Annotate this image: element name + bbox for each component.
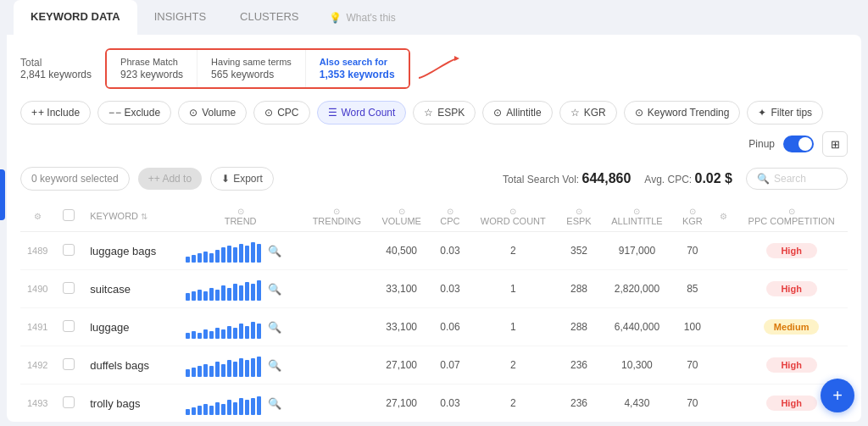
col-trending-header: ⊙ TRENDING [302, 201, 372, 232]
tab-clusters[interactable]: CLUSTERS [223, 0, 315, 35]
add-to-button[interactable]: + + Add to [138, 168, 202, 190]
total-keywords: Total 2,841 keywords [20, 57, 92, 80]
row-number: 1492 [20, 346, 54, 385]
tab-insights[interactable]: INSIGHTS [137, 0, 223, 35]
trend-bar [215, 328, 220, 339]
trend-bar [215, 402, 220, 415]
plus-icon: + [31, 107, 37, 119]
trend-bar [209, 406, 214, 415]
info-icon: 💡 [329, 12, 342, 24]
row-select-checkbox[interactable] [63, 320, 75, 332]
row-checkbox [54, 346, 83, 385]
trend-bar [251, 358, 255, 377]
trend-bar [227, 246, 231, 263]
fab-button[interactable]: + [821, 379, 854, 412]
table-row: 1493 trolly bags 🔍 27,100 0.03 2 236 4,4… [20, 385, 848, 423]
word-count-button[interactable]: ☰ Word Count [317, 101, 407, 124]
trend-search-icon[interactable]: 🔍 [268, 397, 281, 410]
trend-bar [215, 250, 220, 263]
col-keyword-header: KEYWORD ⇅ [83, 201, 179, 232]
table-row: 1490 suitcase 🔍 33,100 0.03 1 288 2,820,… [20, 270, 848, 308]
trend-bar [209, 366, 214, 377]
exclude-button[interactable]: − − Exclude [97, 101, 171, 124]
trend-bar [245, 400, 249, 415]
filter-icon: ✦ [758, 107, 766, 119]
pinup-section: Pinup ⊞ [748, 131, 848, 157]
trend-bar [257, 244, 261, 263]
table-row: 1492 duffels bags 🔍 27,100 0.07 2 236 10… [20, 346, 848, 385]
export-button[interactable]: ⬇ Export [210, 167, 274, 191]
trend-bar [239, 358, 243, 377]
ppc-badge: High [766, 396, 817, 411]
trend-bar [251, 398, 255, 415]
arrow-indicator [417, 54, 459, 84]
row-select-checkbox[interactable] [63, 358, 75, 370]
col-trend-header: ⊙ TREND [179, 201, 302, 232]
search-box[interactable]: 🔍 Search [746, 168, 848, 190]
allintitle-cell: 4,430 [600, 385, 673, 423]
filter-tips-button[interactable]: ✦ Filter tips [747, 101, 823, 124]
trend-bar [198, 406, 202, 415]
trend-cell: 🔍 [179, 270, 302, 308]
row-number: 1493 [20, 385, 54, 423]
select-all-checkbox[interactable] [63, 209, 75, 221]
trend-search-icon[interactable]: 🔍 [268, 359, 281, 372]
trend-bar [257, 280, 261, 301]
trend-bar [233, 328, 237, 339]
allintitle-cell: 2,820,000 [600, 270, 673, 308]
espk-cell: 288 [558, 308, 601, 346]
espk-cell: 236 [558, 385, 601, 423]
include-button[interactable]: + + Include [20, 101, 91, 124]
table-container: ⚙ KEYWORD ⇅ ⊙ TREND ⊙ TRENDING [20, 201, 848, 422]
ppc-badge: Medium [764, 319, 820, 335]
settings-cell [711, 232, 735, 270]
col-kgr-header: ⊙ KGR [673, 201, 711, 232]
trend-bar [192, 407, 196, 415]
row-select-checkbox[interactable] [63, 244, 75, 256]
whats-this-link[interactable]: 💡 What's this [329, 12, 395, 24]
trend-bar [245, 326, 249, 339]
word-count-cell: 1 [469, 308, 557, 346]
ppc-badge: High [766, 281, 817, 296]
total-search-vol: Total Search Vol: 644,860 [503, 171, 631, 186]
keyword-cell: luggage bags [83, 232, 179, 270]
tab-keyword-data[interactable]: KEYWORD DATA [14, 0, 137, 35]
trend-bar [215, 290, 220, 301]
trend-bar [186, 293, 190, 301]
row-select-checkbox[interactable] [63, 282, 75, 294]
trend-bar [209, 331, 214, 339]
export-icon: ⬇ [221, 173, 230, 185]
trend-bar [192, 331, 196, 339]
trend-bar [227, 360, 231, 377]
trend-search-icon[interactable]: 🔍 [268, 283, 281, 296]
toolbar: + + Include − − Exclude ⊙ Volume ⊙ CPC ☰… [20, 101, 848, 157]
col-extra-header: ⚙ [711, 201, 735, 232]
col-espk-header: ⊙ ESPK [558, 201, 601, 232]
also-search-box[interactable]: Also search for 1,353 keywords [306, 50, 409, 87]
espk-button[interactable]: ☆ ESPK [413, 101, 476, 124]
keyword-table: ⚙ KEYWORD ⇅ ⊙ TREND ⊙ TRENDING [20, 201, 848, 422]
volume-cell: 33,100 [372, 308, 431, 346]
kgr-button[interactable]: ☆ KGR [559, 101, 617, 124]
ppc-cell: High [735, 270, 848, 308]
cpc-cell: 0.03 [431, 232, 469, 270]
cpc-button[interactable]: ⊙ CPC [253, 101, 309, 124]
volume-cell: 27,100 [372, 346, 431, 385]
stats-right: Total Search Vol: 644,860 Avg. CPC: 0.02… [503, 168, 848, 190]
trend-bar [245, 360, 249, 377]
kgr-cell: 70 [673, 385, 711, 423]
kgr-cell: 100 [673, 308, 711, 346]
row-select-checkbox[interactable] [63, 396, 75, 408]
trend-cell: 🔍 [179, 346, 302, 385]
pinup-toggle[interactable] [783, 136, 814, 152]
volume-button[interactable]: ⊙ Volume [178, 101, 247, 124]
settings-cell [711, 385, 735, 423]
trend-search-icon[interactable]: 🔍 [268, 321, 281, 334]
word-count-icon: ☰ [328, 107, 337, 119]
col-cpc-header: ⊙ CPC [431, 201, 469, 232]
trend-bar [239, 285, 243, 301]
allintitle-button[interactable]: ⊙ Allintitle [482, 101, 552, 124]
keyword-trending-button[interactable]: ⊙ Keyword Trending [624, 101, 741, 124]
grid-view-button[interactable]: ⊞ [822, 131, 848, 157]
trend-search-icon[interactable]: 🔍 [268, 245, 281, 257]
